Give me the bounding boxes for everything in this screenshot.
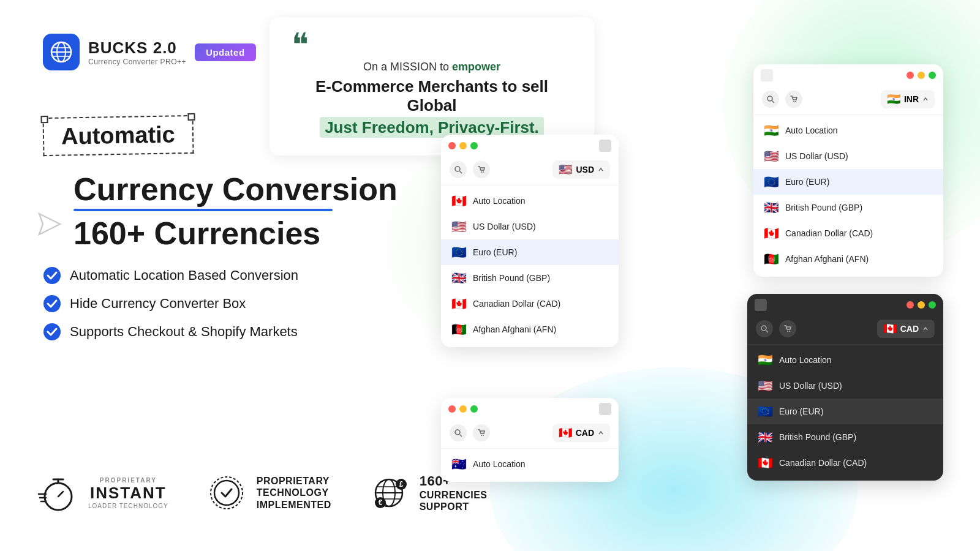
svg-point-16	[214, 481, 239, 505]
card-titlebar-3	[747, 294, 943, 316]
svg-point-39	[455, 430, 460, 435]
svg-point-34	[795, 101, 796, 102]
dot-red-3	[907, 301, 914, 309]
list-item[interactable]: 🇦🇺 Auto Location	[441, 451, 619, 477]
send-icon	[37, 211, 62, 239]
currency-selector-cad[interactable]: 🇨🇦 CAD	[552, 424, 610, 442]
card-titlebar-1	[441, 135, 619, 157]
svg-point-42	[483, 435, 484, 436]
card-titlebar-4	[441, 398, 619, 420]
check-icon-3	[43, 323, 61, 341]
list-item-euro[interactable]: 🇪🇺 Euro (EUR)	[753, 169, 943, 195]
svg-point-27	[455, 167, 460, 171]
svg-point-8	[43, 323, 61, 340]
cart-icon-2[interactable]	[785, 91, 802, 108]
updated-badge: Updated	[195, 43, 256, 61]
list-item[interactable]: 🇬🇧 British Pound (GBP)	[753, 195, 943, 220]
quote-line1: On a MISSION to empower	[292, 61, 572, 73]
card-toolbar-3: 🇨🇦 CAD	[747, 316, 943, 344]
automatic-label-wrapper: Automatic	[43, 116, 194, 161]
tech-text: PROPRIETARY TECHNOLOGY IMPLEMENTED	[257, 475, 331, 511]
cad-label: CAD	[576, 428, 594, 438]
list-item[interactable]: 🇦🇫 Afghan Afghani (AFN)	[753, 246, 943, 272]
instant-icon	[37, 471, 80, 514]
check-icon-2	[43, 294, 61, 313]
currency-selector-inr[interactable]: 🇮🇳 INR	[881, 90, 935, 108]
inr-dropdown-card[interactable]: 🇮🇳 INR 🇮🇳 Auto Location 🇺🇸 US Dollar (US…	[753, 64, 943, 277]
usd-dropdown-card[interactable]: 🇺🇸 USD 🇨🇦 Auto Location 🇺🇸 US Dollar (US…	[441, 135, 619, 347]
cad-dark-dropdown-card[interactable]: 🇨🇦 CAD 🇮🇳 Auto Location 🇺🇸 US Dollar (US…	[747, 294, 943, 481]
feature-item-1: Automatic Location Based Conversion	[43, 266, 398, 285]
inr-label: INR	[904, 94, 919, 104]
list-item[interactable]: 🇺🇸 US Dollar (USD)	[747, 373, 943, 399]
cad-dark-flag: 🇨🇦	[883, 322, 897, 335]
list-item[interactable]: 🇺🇸 US Dollar (USD)	[753, 143, 943, 169]
svg-point-38	[789, 331, 790, 332]
svg-marker-5	[39, 214, 60, 234]
list-item[interactable]: 🇨🇦 Canadian Dollar (CAD)	[753, 220, 943, 246]
dot-yellow-4	[459, 405, 467, 413]
list-item[interactable]: 🇺🇸 US Dollar (USD)	[441, 214, 619, 239]
check-icon-1	[43, 266, 61, 285]
window-dots	[448, 142, 478, 149]
card-toolbar-1: 🇺🇸 USD	[441, 157, 619, 185]
cart-icon-3[interactable]	[779, 320, 796, 337]
cad-dark-label: CAD	[900, 324, 919, 334]
chevron-up-icon	[598, 167, 604, 173]
feature-item-2: Hide Currency Converter Box	[43, 294, 398, 313]
cart-icon[interactable]	[473, 161, 490, 178]
quote-marks: ❝	[292, 36, 572, 54]
header: BUCKS 2.0 Currency Converter PRO++ Updat…	[43, 34, 256, 70]
logo-icon	[43, 34, 80, 70]
dot-green-3	[929, 301, 936, 309]
bottom-badges: PROPRIETARY INSTANT LOADER TECHNOLOGY PR…	[37, 471, 487, 514]
main-content: Automatic Currency Conversion 160+ Curre…	[43, 116, 398, 341]
search-icon-4[interactable]	[450, 424, 467, 441]
currency-list-cad-dark: 🇮🇳 Auto Location 🇺🇸 US Dollar (USD) 🇪🇺 E…	[747, 345, 943, 481]
list-item[interactable]: 🇨🇦 Canadian Dollar (CAD)	[441, 291, 619, 317]
list-item-euro-dark[interactable]: 🇪🇺 Euro (EUR)	[747, 399, 943, 424]
svg-point-35	[761, 326, 766, 331]
logo-text: BUCKS 2.0 Currency Converter PRO++	[88, 39, 186, 66]
svg-point-31	[767, 96, 772, 101]
list-item[interactable]: 🇦🇫 Afghan Afghani (AFN)	[441, 317, 619, 342]
instant-text: PROPRIETARY INSTANT LOADER TECHNOLOGY	[88, 477, 168, 509]
chevron-up-icon-2	[922, 96, 929, 102]
svg-point-30	[483, 171, 484, 173]
list-item[interactable]: 🇨🇦 Auto Location	[441, 188, 619, 214]
dot-yellow	[459, 142, 467, 149]
currency-selector-cad-dark[interactable]: 🇨🇦 CAD	[877, 320, 935, 338]
window-dots-4	[448, 405, 478, 413]
svg-point-29	[481, 171, 482, 173]
list-item[interactable]: 🇪🇺 Euro (EUR)	[441, 239, 619, 265]
proprietary-tech-badge: PROPRIETARY TECHNOLOGY IMPLEMENTED	[205, 471, 331, 514]
cart-icon-4[interactable]	[473, 424, 490, 441]
svg-point-17	[211, 477, 243, 509]
list-item[interactable]: 🇨🇦 Canadian Dollar (CAD)	[747, 450, 943, 476]
list-item[interactable]: 🇬🇧 British Pound (GBP)	[441, 265, 619, 291]
currency-list-inr: 🇮🇳 Auto Location 🇺🇸 US Dollar (USD) 🇪🇺 E…	[753, 115, 943, 277]
svg-text:€: €	[379, 498, 383, 507]
svg-line-28	[460, 171, 462, 174]
svg-point-33	[793, 101, 794, 102]
list-item[interactable]: 🇮🇳 Auto Location	[747, 347, 943, 373]
search-icon-3[interactable]	[756, 320, 773, 337]
hero-text-block: Currency Conversion 160+ Currencies	[74, 163, 398, 252]
currency-selector-usd[interactable]: 🇺🇸 USD	[552, 160, 610, 179]
list-item[interactable]: 🇮🇳 Auto Location	[753, 118, 943, 143]
currencies-count: 160+ Currencies	[74, 215, 398, 252]
svg-point-41	[481, 435, 482, 436]
usd-flag: 🇺🇸	[559, 163, 572, 176]
shopify-icon-2	[761, 69, 773, 81]
dot-yellow-2	[918, 72, 925, 79]
card-titlebar-2	[753, 64, 943, 86]
dot-red	[448, 142, 456, 149]
cad-dropdown-card[interactable]: 🇨🇦 CAD 🇦🇺 Auto Location	[441, 398, 619, 482]
search-icon-2[interactable]	[762, 91, 779, 108]
shopify-icon	[599, 140, 611, 152]
search-icon[interactable]	[450, 161, 467, 178]
quote-line2: E-Commerce Merchants to sell Global	[292, 77, 572, 115]
currency-list-cad: 🇦🇺 Auto Location	[441, 449, 619, 482]
card-toolbar-2: 🇮🇳 INR	[753, 86, 943, 114]
list-item[interactable]: 🇬🇧 British Pound (GBP)	[747, 424, 943, 450]
